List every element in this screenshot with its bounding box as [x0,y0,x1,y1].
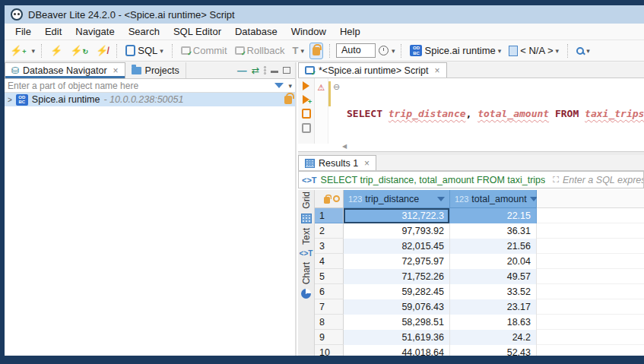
cell-trip-distance[interactable]: 44,018.64 [344,345,450,356]
cell-total-amount[interactable]: 33.52 [450,284,537,299]
menu-navigate[interactable]: Navigate [69,24,120,39]
cell-total-amount[interactable]: 36.31 [450,223,537,239]
filter-funnel-icon[interactable] [274,83,284,88]
cell-trip-distance[interactable]: 312,722.3 [344,208,450,223]
row-number[interactable]: 5 [315,269,344,284]
menu-search[interactable]: Search [122,24,166,39]
cell-total-amount[interactable]: 18.63 [450,315,537,330]
sql-code[interactable]: SELECT trip_distance, total_amount FROM … [342,78,644,144]
cell-total-amount[interactable]: 24.2 [450,330,537,345]
menu-sql-editor[interactable]: SQL Editor [167,24,227,39]
explain-plan-button[interactable] [302,123,311,133]
cell-trip-distance[interactable]: 72,975.97 [344,254,450,269]
collapse-all-icon[interactable]: — [237,65,247,76]
row-number[interactable]: 2 [315,223,344,239]
navigator-panel-controls: — ⇄ [237,62,295,78]
disconnect-button[interactable]: ⚡̸ [94,44,110,57]
tab-chart[interactable]: Chart [301,262,312,284]
rollback-button[interactable]: Rollback [233,43,287,58]
schema-icon [509,46,518,56]
connection-lock-toggle[interactable] [309,43,323,59]
cell-total-amount[interactable]: 52.43 [450,345,537,356]
tab-grid[interactable]: Grid [301,191,312,209]
cell-trip-distance[interactable]: 58,298.51 [344,315,450,330]
cell-trip-distance[interactable]: 51,619.36 [344,330,450,345]
filter-chevron-icon[interactable]: ▾ [288,82,292,90]
sql-editor-button[interactable]: SQL ▾ [123,43,166,58]
scroll-left-icon[interactable]: ◀ [342,143,347,150]
cell-trip-distance[interactable]: 59,282.45 [344,284,450,299]
row-number[interactable]: 9 [315,330,344,345]
connect-button[interactable]: ⚡ [48,44,65,57]
view-menu-icon[interactable] [264,66,266,74]
fold-margin: ⊖ [331,78,342,144]
chart-pie-icon[interactable] [301,289,311,299]
results-filter-bar[interactable]: <>T SELECT trip_distance, total_amount F… [298,171,644,188]
row-number[interactable]: 3 [315,239,344,254]
fold-collapse-icon[interactable]: ⊖ [333,82,340,91]
cell-total-amount[interactable]: 21.56 [450,239,537,254]
sort-icon[interactable] [437,197,445,201]
link-with-editor-icon[interactable]: ⇄ [252,65,259,76]
title-bar[interactable]: DBeaver Lite 24.2.0 - <Spice.ai runtime>… [5,5,644,24]
tab-projects[interactable]: Projects [125,62,186,78]
cell-trip-distance[interactable]: 97,793.92 [344,223,450,239]
transaction-clock-icon[interactable] [379,46,389,55]
expand-panel-icon[interactable]: ⛶ [553,175,559,185]
separator [567,44,568,58]
menu-file[interactable]: File [9,24,37,39]
reconnect-button[interactable]: ⚡↻ [68,44,90,57]
tab-script[interactable]: *<Spice.ai runtime> Script × [298,62,447,78]
maximize-icon[interactable] [283,67,290,74]
row-number[interactable]: 1 [315,208,344,223]
menu-edit[interactable]: Edit [39,24,68,39]
annotation-ruler: ⚠ [315,78,328,144]
cell-total-amount[interactable]: 49.57 [450,269,537,284]
close-icon[interactable]: × [113,65,119,76]
minimize-icon[interactable] [271,68,278,73]
clock-chevron-icon[interactable]: ▾ [392,47,395,55]
new-connection-button[interactable]: ⚡+ [8,44,29,57]
menu-database[interactable]: Database [229,24,284,39]
expand-chevron-icon[interactable]: > [8,96,12,104]
search-button[interactable]: ▾ [574,46,592,56]
row-number[interactable]: 6 [315,284,344,299]
execute-statement-button[interactable] [303,81,309,90]
grid-view-icon[interactable] [301,214,312,223]
row-number[interactable]: 4 [315,254,344,269]
commit-mode-combo[interactable]: Auto [336,43,376,58]
row-number[interactable]: 7 [315,299,344,315]
grid-corner-cell[interactable] [315,190,344,208]
execute-new-tab-button[interactable] [303,95,309,104]
active-connection-selector[interactable]: ODBC Spice.ai runtime ▾ [408,43,503,58]
tab-text[interactable]: Text [301,228,312,245]
new-connection-chevron-icon[interactable]: ▾ [32,47,36,55]
commit-button[interactable]: Commit [179,43,230,58]
active-schema-selector[interactable]: < N/A > ▾ [506,43,561,58]
cell-trip-distance[interactable]: 82,015.45 [344,239,450,254]
cell-trip-distance[interactable]: 71,752.26 [344,269,450,284]
text-view-icon[interactable]: <>T [300,249,313,258]
close-icon[interactable]: × [435,65,440,76]
sql-line-1[interactable]: SELECT trip_distance, total_amount FROM … [342,107,644,120]
cell-total-amount[interactable]: 22.15 [450,208,537,223]
connection-tree-item[interactable]: > ODBC Spice.ai runtime - 10.0.0.238:500… [5,93,295,106]
cell-total-amount[interactable]: 23.17 [450,299,537,315]
tab-database-navigator[interactable]: ⛁ Database Navigator × [5,62,125,78]
editor-hscrollbar[interactable]: ◀ [342,144,644,150]
row-number[interactable]: 8 [315,315,344,330]
tab-results-1[interactable]: Results 1 × [298,155,376,170]
menu-window[interactable]: Window [285,24,332,39]
cell-total-amount[interactable]: 20.04 [450,254,537,269]
execute-script-button[interactable] [302,109,311,119]
numeric-type-icon: 123 [348,195,362,204]
column-header-trip-distance[interactable]: 123 trip_distance [344,190,450,208]
search-icon [576,47,584,55]
column-header-total-amount[interactable]: 123 total_amount [450,190,537,208]
object-filter-input[interactable]: Enter a part of object name here ▾ [5,79,295,93]
menu-help[interactable]: Help [334,24,366,39]
cell-trip-distance[interactable]: 59,076.43 [344,299,450,315]
transaction-log-button[interactable]: T▾ [290,43,306,58]
row-number[interactable]: 10 [315,345,344,356]
close-icon[interactable]: × [364,158,370,169]
